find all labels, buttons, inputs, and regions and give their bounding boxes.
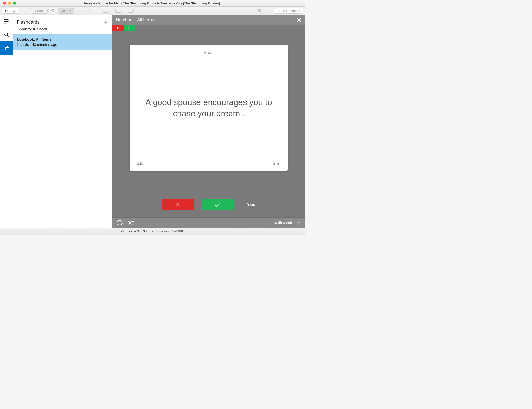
close-window-button[interactable]	[3, 2, 6, 5]
add-card-button[interactable]	[296, 220, 301, 225]
close-flashcards-button[interactable]	[296, 17, 302, 23]
flashcard[interactable]: Front A good spouse encourages you to ch…	[130, 45, 288, 171]
plus-icon	[103, 19, 109, 25]
deck-header-title: Notebook: All Items	[116, 18, 154, 23]
flashcard-header: Notebook: All Items	[112, 15, 305, 25]
show-notebook-button[interactable]: Show Notebook	[274, 8, 303, 14]
toc-tab[interactable]	[0, 15, 13, 28]
add-deck-button[interactable]	[103, 19, 109, 25]
flashcards-title: Flashcards	[17, 19, 40, 25]
x-icon	[175, 201, 181, 208]
status-location: Location 53 of 4864	[157, 229, 185, 233]
incorrect-count: 0	[112, 25, 124, 31]
mark-wrong-button[interactable]	[162, 199, 194, 210]
chevron-down-icon	[69, 10, 71, 11]
view-split-button[interactable]	[112, 8, 124, 13]
minimize-window-button[interactable]	[8, 2, 11, 5]
svg-point-0	[8, 19, 9, 20]
svg-rect-4	[5, 47, 9, 50]
sync-button[interactable]	[49, 8, 56, 13]
shuffle-deck-button[interactable]	[127, 220, 134, 225]
titlebar: Jessica's Kindle for Mac - The Shambling…	[0, 0, 305, 7]
deck-toolbar: Edit Deck	[112, 217, 305, 228]
font-size-button[interactable]: Aa	[87, 8, 94, 13]
search-tab[interactable]	[0, 28, 13, 41]
deck-name: Notebook: All Items	[17, 37, 109, 41]
check-icon	[214, 202, 222, 207]
cards-remaining: 2 left	[273, 161, 281, 165]
list-icon	[4, 19, 9, 24]
mark-correct-button[interactable]	[202, 199, 234, 210]
view-grid-button[interactable]	[125, 8, 137, 13]
card-side-label: Front	[136, 50, 281, 55]
card-text: A good spouse encourages you to chase yo…	[136, 55, 281, 161]
restart-deck-button[interactable]	[116, 220, 123, 225]
shuffle-icon	[127, 220, 134, 225]
goto-dropdown[interactable]: Go to	[58, 8, 74, 14]
flashcard-main: Notebook: All Items 0 0 Front A good spo…	[112, 15, 305, 228]
grid-icon	[128, 9, 134, 13]
flashcards-icon	[4, 46, 10, 51]
edit-deck-button[interactable]: Edit Deck	[275, 221, 292, 225]
zoom-window-button[interactable]	[13, 2, 16, 5]
status-percent: 2%	[121, 229, 125, 233]
close-icon	[296, 17, 302, 23]
score-counters: 0 0	[112, 25, 305, 31]
bookmark-icon	[258, 9, 261, 13]
search-icon	[4, 32, 9, 37]
flashcards-tab[interactable]	[0, 41, 13, 55]
answer-actions: Skip	[112, 192, 305, 217]
deck-meta: 2 cards 43 minutes ago	[17, 42, 109, 47]
edit-card-button[interactable]: Edit	[136, 161, 143, 165]
correct-count: 0	[124, 25, 135, 31]
sync-icon	[51, 9, 55, 12]
two-page-icon	[115, 9, 121, 13]
back-button[interactable]: Back	[31, 8, 48, 14]
library-button[interactable]: Library	[2, 8, 18, 14]
deck-count-label: 1 deck for this book	[13, 27, 112, 34]
loop-icon	[116, 220, 123, 225]
svg-point-1	[8, 21, 9, 22]
view-single-button[interactable]	[100, 8, 111, 13]
status-page: Page 3 of 358	[129, 229, 149, 233]
status-bar: 2% Page 3 of 358 • Location 53 of 4864	[0, 228, 305, 235]
bookmark-button[interactable]	[255, 8, 264, 13]
plus-icon	[296, 220, 301, 225]
single-page-icon	[103, 9, 108, 13]
window-title: Jessica's Kindle for Mac - The Shambling…	[16, 1, 287, 5]
deck-item[interactable]: Notebook: All Items 2 cards 43 minutes a…	[13, 34, 112, 50]
goto-label: Go to	[61, 9, 69, 13]
left-iconbar	[0, 15, 13, 228]
flashcards-panel: Flashcards 1 deck for this book Notebook…	[13, 15, 112, 228]
back-label: Back	[37, 9, 44, 13]
svg-point-2	[5, 33, 8, 36]
toolbar: Library Back Go to Aa Show Notebook	[0, 7, 305, 15]
window-controls	[0, 2, 16, 5]
skip-button[interactable]: Skip	[247, 202, 255, 207]
